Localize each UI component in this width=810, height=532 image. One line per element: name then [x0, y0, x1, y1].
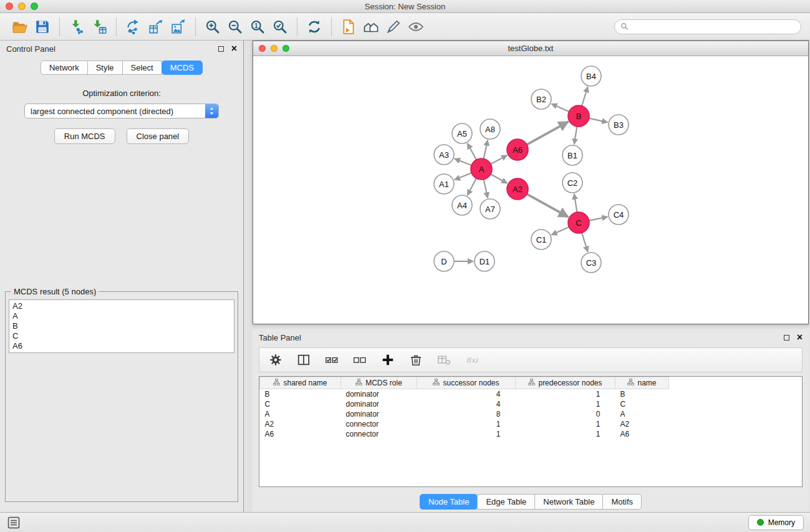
- network-minimize-icon[interactable]: [271, 45, 277, 52]
- node-D1[interactable]: D1: [475, 251, 494, 271]
- node-A6[interactable]: A6: [507, 139, 528, 160]
- zoom-in-icon[interactable]: [201, 16, 224, 38]
- node-C3[interactable]: C3: [581, 253, 601, 273]
- edge-A-A7[interactable]: [484, 180, 488, 198]
- zoom-fit-icon[interactable]: [269, 16, 291, 38]
- column-header-predecessor-nodes[interactable]: predecessor nodes: [516, 377, 615, 389]
- edge-C-C1[interactable]: [551, 227, 569, 235]
- zoom-actual-icon[interactable]: 1: [246, 16, 269, 38]
- table-row[interactable]: Bdominator41B: [260, 389, 669, 400]
- uncheck-all-icon[interactable]: [351, 351, 369, 369]
- cell-name[interactable]: A6: [615, 429, 669, 439]
- function-icon[interactable]: f(x): [463, 351, 481, 369]
- import-table-icon[interactable]: [88, 16, 110, 38]
- mcds-result-list[interactable]: A2ABCA6: [9, 299, 234, 353]
- column-icon[interactable]: [295, 351, 312, 369]
- search-field[interactable]: [614, 19, 801, 34]
- network-zoom-icon[interactable]: [282, 45, 289, 52]
- cell-successor_nodes[interactable]: 4: [417, 399, 516, 409]
- node-A7[interactable]: A7: [480, 199, 500, 219]
- cell-successor_nodes[interactable]: 1: [417, 429, 516, 439]
- result-item[interactable]: A2: [12, 301, 231, 311]
- edge-B-B2[interactable]: [551, 104, 569, 112]
- edge-B-B3[interactable]: [589, 118, 608, 123]
- node-A4[interactable]: A4: [452, 195, 472, 215]
- node-C2[interactable]: C2: [562, 173, 582, 193]
- node-table-container[interactable]: shared nameMCDS rolesuccessor nodesprede…: [259, 376, 803, 487]
- delete-row-icon[interactable]: [407, 351, 425, 369]
- tab-select[interactable]: Select: [122, 60, 162, 75]
- document-icon[interactable]: [337, 16, 360, 38]
- column-header-name[interactable]: name: [615, 377, 669, 389]
- node-C4[interactable]: C4: [609, 205, 629, 225]
- cell-shared_name[interactable]: A6: [260, 429, 341, 439]
- column-header-successor-nodes[interactable]: successor nodes: [417, 377, 516, 389]
- tab-mcds[interactable]: MCDS: [162, 60, 203, 75]
- run-mcds-button[interactable]: Run MCDS: [54, 128, 115, 144]
- tab-edge-table[interactable]: Edge Table: [477, 494, 535, 510]
- close-panel-icon[interactable]: ×: [231, 45, 237, 52]
- edge-C-C3[interactable]: [582, 233, 588, 252]
- minimize-window-icon[interactable]: [18, 2, 26, 10]
- check-all-icon[interactable]: [323, 351, 340, 369]
- cell-name[interactable]: C: [615, 399, 669, 409]
- tab-node-table[interactable]: Node Table: [420, 494, 478, 510]
- save-icon[interactable]: [31, 16, 54, 38]
- eye-icon[interactable]: [405, 16, 427, 38]
- cell-successor_nodes[interactable]: 8: [417, 409, 516, 419]
- edge-A-A4[interactable]: [467, 178, 476, 195]
- node-A5[interactable]: A5: [452, 123, 472, 143]
- home-icon[interactable]: [360, 16, 382, 38]
- edge-B-B4[interactable]: [582, 87, 588, 106]
- optimization-dropdown[interactable]: largest connected component (directed): [24, 104, 219, 118]
- zoom-out-icon[interactable]: [224, 16, 246, 38]
- network-close-icon[interactable]: [259, 45, 266, 52]
- cell-name[interactable]: A2: [615, 419, 669, 429]
- column-header-mcds-role[interactable]: MCDS role: [341, 377, 417, 389]
- cell-mcds_role[interactable]: dominator: [341, 389, 417, 400]
- export-image-icon[interactable]: [167, 16, 190, 38]
- result-item[interactable]: C: [12, 331, 231, 341]
- network-canvas[interactable]: B4B2BB3A5A8A6B1A3AC2A1A2A4A7C4CC1C3DD1: [253, 56, 808, 324]
- cell-mcds_role[interactable]: connector: [341, 429, 417, 439]
- node-C1[interactable]: C1: [531, 230, 551, 249]
- edge-A-A2[interactable]: [491, 174, 507, 183]
- result-item[interactable]: B: [12, 321, 231, 331]
- tab-style[interactable]: Style: [87, 60, 123, 75]
- edge-A-A6[interactable]: [491, 155, 507, 164]
- node-A8[interactable]: A8: [480, 119, 500, 139]
- cell-name[interactable]: B: [615, 389, 669, 400]
- node-C[interactable]: C: [568, 212, 589, 233]
- cell-shared_name[interactable]: A: [260, 409, 341, 419]
- network-window-titlebar[interactable]: testGlobe.txt: [253, 41, 808, 56]
- node-B1[interactable]: B1: [562, 145, 582, 165]
- float-table-panel-icon[interactable]: [784, 335, 789, 341]
- cell-shared_name[interactable]: C: [260, 399, 341, 409]
- node-B4[interactable]: B4: [581, 66, 601, 86]
- cell-mcds_role[interactable]: dominator: [341, 409, 417, 419]
- edge-C-C4[interactable]: [589, 217, 608, 221]
- result-item[interactable]: A: [12, 311, 231, 321]
- cell-predecessor_nodes[interactable]: 1: [516, 399, 615, 409]
- node-B2[interactable]: B2: [531, 89, 551, 109]
- edge-A-A8[interactable]: [484, 140, 488, 159]
- gear-icon[interactable]: [267, 351, 284, 369]
- edge-A-A5[interactable]: [468, 143, 476, 160]
- cell-successor_nodes[interactable]: 4: [417, 389, 516, 400]
- refresh-icon[interactable]: [303, 16, 325, 38]
- cell-predecessor_nodes[interactable]: 1: [516, 429, 615, 439]
- network-graph[interactable]: B4B2BB3A5A8A6B1A3AC2A1A2A4A7C4CC1C3DD1: [253, 56, 808, 324]
- edge-B-B1[interactable]: [574, 127, 577, 144]
- memory-button[interactable]: Memory: [748, 515, 804, 530]
- table-row[interactable]: A2connector11A2: [260, 419, 669, 429]
- close-window-icon[interactable]: [6, 2, 13, 10]
- cell-shared_name[interactable]: B: [260, 389, 341, 400]
- node-B3[interactable]: B3: [609, 115, 629, 135]
- cell-predecessor_nodes[interactable]: 0: [516, 409, 615, 419]
- table-row[interactable]: Cdominator41C: [260, 399, 669, 409]
- panel-list-icon[interactable]: [6, 515, 21, 530]
- cell-shared_name[interactable]: A2: [260, 419, 341, 429]
- edge-A6-B[interactable]: [527, 122, 568, 145]
- close-panel-button[interactable]: Close panel: [127, 128, 190, 144]
- node-B[interactable]: B: [568, 105, 589, 127]
